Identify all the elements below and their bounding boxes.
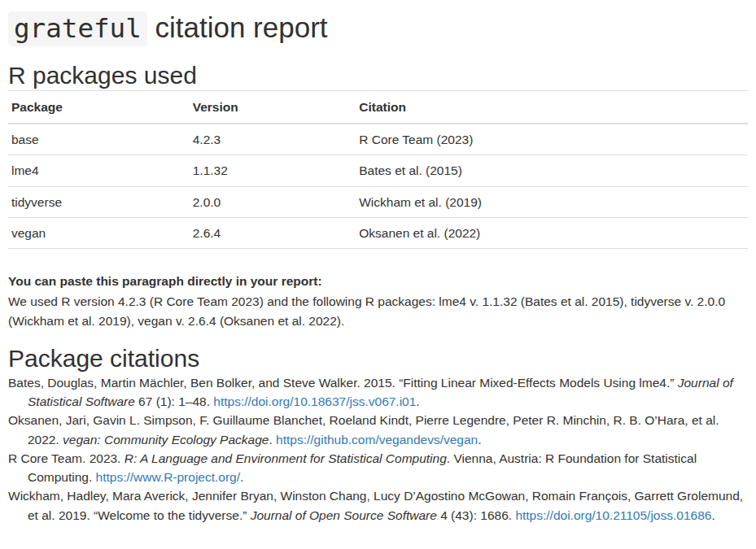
column-header-version: Version bbox=[190, 90, 356, 124]
reference-link[interactable]: https://github.com/vegandevs/vegan bbox=[276, 433, 478, 447]
reference-title-italic: vegan: Community Ecology Package bbox=[63, 433, 269, 447]
reference-link[interactable]: https://doi.org/10.18637/jss.v067.i01 bbox=[213, 394, 416, 408]
table-cell-package: tidyverse bbox=[8, 186, 190, 217]
table-row: base4.2.3R Core Team (2023) bbox=[8, 124, 748, 155]
table-cell-version: 1.1.32 bbox=[190, 155, 356, 186]
reference-link[interactable]: https://www.R-project.org/ bbox=[96, 470, 240, 484]
reference-entry: Bates, Douglas, Martin Mächler, Ben Bolk… bbox=[8, 373, 748, 412]
page-title: grateful citation report bbox=[8, 10, 748, 46]
table-cell-package: lme4 bbox=[8, 155, 190, 186]
package-citations-heading: Package citations bbox=[8, 345, 748, 372]
page-title-text: citation report bbox=[147, 11, 328, 43]
table-header-row: PackageVersionCitation bbox=[8, 90, 748, 124]
paste-paragraph: We used R version 4.2.3 (R Core Team 202… bbox=[8, 292, 748, 330]
reference-title-italic: R: A Language and Environment for Statis… bbox=[125, 451, 447, 465]
column-header-citation: Citation bbox=[356, 90, 748, 124]
reference-link[interactable]: https://doi.org/10.21105/joss.01686 bbox=[515, 508, 711, 522]
reference-entry: Oksanen, Jari, Gavin L. Simpson, F. Guil… bbox=[8, 411, 748, 449]
table-cell-version: 2.6.4 bbox=[190, 217, 356, 248]
table-cell-version: 2.0.0 bbox=[190, 186, 356, 217]
table-row: lme41.1.32Bates et al. (2015) bbox=[8, 155, 748, 186]
table-row: vegan2.6.4Oksanen et al. (2022) bbox=[8, 217, 748, 248]
table-body: base4.2.3R Core Team (2023)lme41.1.32Bat… bbox=[8, 124, 748, 249]
packages-table: PackageVersionCitation base4.2.3R Core T… bbox=[8, 90, 748, 249]
packages-used-heading: R packages used bbox=[8, 62, 748, 89]
citation-report-page: grateful citation report R packages used… bbox=[0, 0, 756, 549]
reference-entry: Wickham, Hadley, Mara Averick, Jennifer … bbox=[8, 486, 748, 525]
table-cell-citation: R Core Team (2023) bbox=[356, 124, 748, 155]
table-row: tidyverse2.0.0Wickham et al. (2019) bbox=[8, 186, 748, 217]
reference-entry: R Core Team. 2023. R: A Language and Env… bbox=[8, 449, 748, 487]
paste-note: You can paste this paragraph directly in… bbox=[8, 272, 748, 290]
reference-title-italic: Journal of Open Source Software bbox=[251, 508, 437, 522]
table-cell-citation: Oksanen et al. (2022) bbox=[356, 217, 748, 248]
package-name-code: grateful bbox=[8, 11, 147, 46]
table-cell-package: base bbox=[8, 124, 190, 155]
table-cell-version: 4.2.3 bbox=[190, 124, 356, 155]
table-cell-citation: Wickham et al. (2019) bbox=[356, 186, 748, 217]
table-cell-package: vegan bbox=[8, 217, 190, 248]
reference-list: Bates, Douglas, Martin Mächler, Ben Bolk… bbox=[8, 373, 748, 525]
column-header-package: Package bbox=[8, 90, 190, 124]
table-cell-citation: Bates et al. (2015) bbox=[356, 155, 748, 186]
